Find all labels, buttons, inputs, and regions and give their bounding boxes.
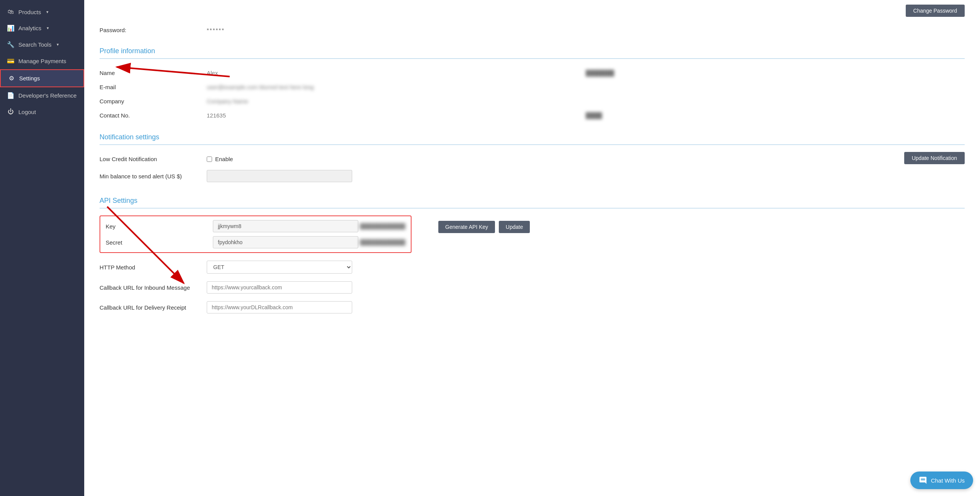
main-content: Change Password Password: ****** Profile… bbox=[84, 0, 980, 496]
settings-icon: ⚙ bbox=[8, 75, 15, 82]
api-secret-input[interactable] bbox=[213, 236, 358, 248]
low-credit-row: Low Credit Notification Enable bbox=[100, 152, 352, 166]
key-label: Key bbox=[106, 223, 213, 230]
http-method-label: HTTP Method bbox=[100, 264, 207, 271]
sidebar-item-products[interactable]: 🛍 Products ▾ bbox=[0, 4, 84, 20]
top-bar: Change Password bbox=[100, 0, 965, 17]
email-row: E-mail user@example.com blurred text her… bbox=[100, 80, 965, 94]
email-label: E-mail bbox=[100, 84, 207, 90]
api-key-box: Key ████████████ Secret ████████████ bbox=[100, 215, 412, 253]
company-label: Company bbox=[100, 98, 207, 104]
key-blurred: ████████████ bbox=[360, 223, 405, 229]
http-method-row: HTTP Method GET POST PUT bbox=[100, 257, 412, 277]
contact-value-blurred: ████ bbox=[586, 112, 965, 119]
api-section-title: API Settings bbox=[100, 190, 965, 209]
chat-label: Chat With Us bbox=[931, 477, 965, 484]
contact-row: Contact No. 121635 ████ bbox=[100, 108, 965, 122]
callback-inbound-input[interactable] bbox=[207, 281, 352, 294]
change-password-button[interactable]: Change Password bbox=[906, 5, 965, 17]
callback-inbound-row: Callback URL for Inbound Message bbox=[100, 277, 412, 297]
company-row: Company Company Name bbox=[100, 94, 965, 108]
profile-section-title: Profile information bbox=[100, 40, 965, 59]
sidebar-item-manage-payments[interactable]: 💳 Manage Payments bbox=[0, 53, 84, 69]
sidebar-item-label: Analytics bbox=[18, 25, 41, 31]
enable-label: Enable bbox=[215, 156, 233, 162]
callback-inbound-label: Callback URL for Inbound Message bbox=[100, 284, 207, 291]
chat-bubble-icon bbox=[919, 476, 927, 485]
sidebar-item-label: Logout bbox=[18, 109, 36, 115]
notification-rows: Low Credit Notification Enable Min balan… bbox=[100, 152, 965, 186]
notification-section-title: Notification settings bbox=[100, 126, 965, 145]
name-label: Name bbox=[100, 70, 207, 76]
chevron-down-icon: ▾ bbox=[47, 26, 49, 31]
manage-payments-icon: 💳 bbox=[7, 57, 15, 65]
api-fields-wrapper: Key ████████████ Secret ████████████ HTT… bbox=[100, 215, 412, 317]
notification-fields: Low Credit Notification Enable Min balan… bbox=[100, 152, 352, 186]
sidebar: 🛍 Products ▾ 📊 Analytics ▾ 🔧 Search Tool… bbox=[0, 0, 84, 496]
api-buttons: Generate API Key Update bbox=[438, 221, 530, 233]
company-value: Company Name bbox=[207, 98, 965, 104]
min-balance-label: Min balance to send alert (US $) bbox=[100, 173, 207, 179]
password-row: Password: ****** bbox=[100, 20, 965, 40]
password-label: Password: bbox=[100, 27, 207, 33]
callback-delivery-label: Callback URL for Delivery Receipt bbox=[100, 304, 207, 311]
email-value: user@example.com blurred text here long bbox=[207, 84, 965, 90]
callback-delivery-row: Callback URL for Delivery Receipt bbox=[100, 297, 412, 317]
profile-section: Profile information Name Alex ███████ E-… bbox=[100, 40, 965, 122]
sidebar-item-label: Developer's Reference bbox=[18, 92, 77, 99]
sidebar-item-label: Manage Payments bbox=[18, 58, 66, 64]
analytics-icon: 📊 bbox=[7, 24, 15, 32]
generate-api-key-button[interactable]: Generate API Key bbox=[438, 221, 495, 233]
search-tools-icon: 🔧 bbox=[7, 41, 15, 48]
low-credit-label: Low Credit Notification bbox=[100, 156, 207, 162]
logout-icon: ⏻ bbox=[7, 108, 15, 115]
enable-checkbox[interactable] bbox=[207, 157, 212, 162]
password-value: ****** bbox=[207, 27, 965, 33]
api-key-input[interactable] bbox=[213, 220, 358, 232]
http-method-select[interactable]: GET POST PUT bbox=[207, 261, 352, 274]
notification-section: Notification settings Low Credit Notific… bbox=[100, 126, 965, 186]
sidebar-item-analytics[interactable]: 📊 Analytics ▾ bbox=[0, 20, 84, 36]
sidebar-item-label: Settings bbox=[19, 75, 40, 82]
name-value: Alex bbox=[207, 70, 586, 76]
secret-label: Secret bbox=[106, 239, 213, 246]
sidebar-item-settings[interactable]: ⚙ Settings bbox=[0, 69, 84, 87]
chevron-down-icon: ▾ bbox=[46, 10, 49, 15]
api-section-content: Key ████████████ Secret ████████████ HTT… bbox=[100, 215, 965, 317]
min-balance-input[interactable] bbox=[207, 170, 352, 182]
products-icon: 🛍 bbox=[7, 8, 15, 15]
name-value-blurred: ███████ bbox=[586, 70, 965, 76]
api-secret-row: Secret ████████████ bbox=[106, 236, 405, 248]
chat-with-us-button[interactable]: Chat With Us bbox=[910, 472, 973, 489]
update-notification-button[interactable]: Update Notification bbox=[904, 152, 965, 164]
sidebar-item-label: Search Tools bbox=[18, 41, 51, 48]
sidebar-item-label: Products bbox=[18, 9, 41, 15]
sidebar-item-developers-reference[interactable]: 📄 Developer's Reference bbox=[0, 87, 84, 104]
enable-checkbox-row: Enable bbox=[207, 156, 233, 162]
api-section: API Settings Key ████████████ Secret ███… bbox=[100, 190, 965, 317]
developers-reference-icon: 📄 bbox=[7, 92, 15, 99]
contact-label: Contact No. bbox=[100, 112, 207, 119]
api-update-button[interactable]: Update bbox=[499, 221, 530, 233]
sidebar-item-search-tools[interactable]: 🔧 Search Tools ▾ bbox=[0, 36, 84, 53]
chevron-down-icon: ▾ bbox=[57, 42, 59, 47]
notification-btn-wrapper: Update Notification bbox=[904, 152, 965, 164]
contact-value: 121635 bbox=[207, 112, 586, 119]
min-balance-row: Min balance to send alert (US $) bbox=[100, 166, 352, 186]
api-key-row: Key ████████████ bbox=[106, 220, 405, 232]
callback-delivery-input[interactable] bbox=[207, 301, 352, 313]
sidebar-item-logout[interactable]: ⏻ Logout bbox=[0, 104, 84, 120]
name-row: Name Alex ███████ bbox=[100, 66, 965, 80]
secret-blurred: ████████████ bbox=[360, 239, 405, 245]
